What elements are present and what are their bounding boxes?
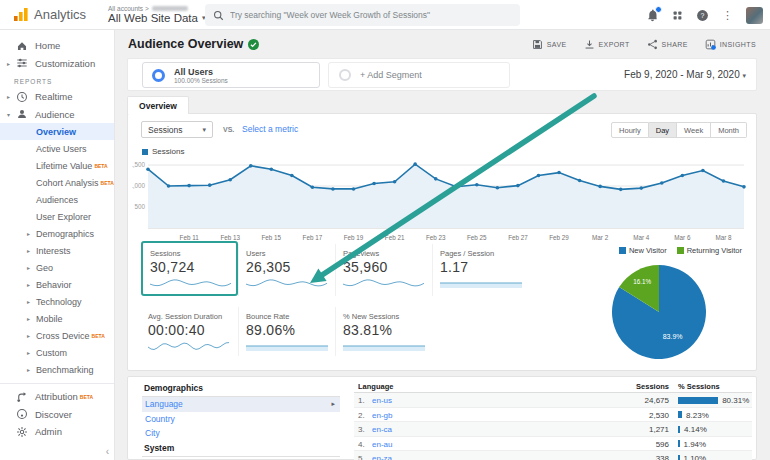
insights-button[interactable]: INSIGHTS <box>705 39 756 50</box>
sidebar-item-active-users[interactable]: Active Users <box>0 140 114 157</box>
sidebar-item-admin[interactable]: Admin <box>0 423 114 441</box>
svg-text:Feb 15: Feb 15 <box>262 234 282 241</box>
sidebar-item-benchmarking[interactable]: ▸Benchmarking <box>0 361 114 378</box>
sidebar-item-label: Geo <box>36 263 53 273</box>
granularity-month[interactable]: Month <box>711 122 747 138</box>
chevron-right-icon: ▸ <box>27 315 36 322</box>
select-metric-link[interactable]: Select a metric <box>242 124 298 134</box>
page-title-row: Audience Overview <box>128 37 259 51</box>
admin-icon <box>16 426 28 438</box>
sidebar-item-overview[interactable]: Overview <box>0 123 114 140</box>
scorecards-row-2: Avg. Session Duration00:00:40Bounce Rate… <box>141 307 432 356</box>
legend-swatch-icon <box>142 149 148 155</box>
segment-all-users[interactable]: All Users 100.00% Sessions <box>142 62 320 88</box>
share-button[interactable]: SHARE <box>647 39 688 50</box>
header-icons: ? ⋮ <box>646 0 770 30</box>
more-options-icon[interactable]: ⋮ <box>722 8 733 22</box>
pct-bar <box>678 426 680 433</box>
explorer-item-label: Country <box>145 414 175 424</box>
sidebar-item-technology[interactable]: ▸Technology <box>0 293 114 310</box>
sidebar-item-label: User Explorer <box>36 212 91 222</box>
chevron-right-icon: ▸ <box>27 247 36 254</box>
metric-dropdown[interactable]: Sessions▾ <box>141 121 213 138</box>
sidebar-item-mobile[interactable]: ▸Mobile <box>0 310 114 327</box>
sidebar-item-interests[interactable]: ▸Interests <box>0 242 114 259</box>
pie-legend-label: Returning Visitor <box>687 246 742 255</box>
sidebar-item-cohort-analysis[interactable]: Cohort AnalysisBETA <box>0 174 114 191</box>
granularity-week[interactable]: Week <box>677 122 711 138</box>
save-button[interactable]: SAVE <box>532 39 567 50</box>
chevron-right-icon: ▸ <box>27 230 36 237</box>
search-input[interactable] <box>230 10 500 20</box>
sidebar-item-cross-device[interactable]: ▸Cross DeviceBETA <box>0 327 114 344</box>
property-selector[interactable]: All accounts > All Web Site Data▾ <box>108 5 205 24</box>
explorer-item-country[interactable]: Country <box>142 412 340 427</box>
sparkline-chart <box>343 339 425 352</box>
notifications-bell-icon[interactable] <box>646 9 659 22</box>
export-button[interactable]: EXPORT <box>584 39 630 50</box>
sidebar-item-attribution[interactable]: AttributionBETA <box>0 388 114 406</box>
visitor-pie-chart: 83.9%16.1% <box>584 260 744 364</box>
save-icon <box>532 39 543 50</box>
action-label: INSIGHTS <box>720 41 756 48</box>
language-link[interactable]: en-us <box>372 396 392 405</box>
help-icon[interactable]: ? <box>696 9 709 22</box>
sidebar-item-realtime[interactable]: ▸Realtime <box>0 88 114 106</box>
pie-legend: New VisitorReturning Visitor <box>619 246 742 255</box>
add-segment-button[interactable]: + Add Segment <box>328 62 510 88</box>
scorecard-pages-session: Pages / Session1.17 <box>432 244 529 296</box>
language-link[interactable]: en-au <box>372 440 392 449</box>
row-rank: 5. <box>358 454 365 460</box>
segment-name: All Users <box>174 67 228 77</box>
pct-value: 8.23% <box>686 411 709 420</box>
sidebar-item-audience[interactable]: ▾Audience <box>0 106 114 124</box>
chevron-right-icon: ▸ <box>7 60 16 67</box>
scorecard-value: 30,724 <box>150 259 230 275</box>
svg-text:Mar 4: Mar 4 <box>633 234 650 241</box>
svg-text:500: 500 <box>134 203 145 210</box>
sidebar-item-audiences[interactable]: Audiences <box>0 191 114 208</box>
scorecard-value: 89.06% <box>246 322 329 338</box>
sidebar-item-discover[interactable]: Discover <box>0 406 114 424</box>
explorer-item-browser[interactable]: Browser <box>142 457 340 460</box>
sidebar-item-user-explorer[interactable]: User Explorer <box>0 208 114 225</box>
search-bar[interactable] <box>205 4 520 26</box>
chevron-right-icon: ▸ <box>27 349 36 356</box>
scorecard-value: 35,960 <box>343 259 426 275</box>
sidebar-item-geo[interactable]: ▸Geo <box>0 259 114 276</box>
chart-legend: Sessions <box>142 147 184 156</box>
pct-bar <box>678 411 682 418</box>
language-link[interactable]: en-ca <box>372 425 392 434</box>
svg-text:Mar 6: Mar 6 <box>674 234 691 241</box>
granularity-hourly[interactable]: Hourly <box>611 122 649 138</box>
scorecard-label: Pages / Session <box>440 249 523 258</box>
user-avatar[interactable] <box>746 7 763 24</box>
svg-text:1,000: 1,000 <box>132 182 145 189</box>
explorer-item-language[interactable]: Language▸ <box>142 397 340 412</box>
demographics-header: Demographics <box>142 381 340 397</box>
sidebar-item-behavior[interactable]: ▸Behavior <box>0 276 114 293</box>
tab-overview[interactable]: Overview <box>127 96 189 114</box>
language-link[interactable]: en-za <box>372 454 392 460</box>
sidebar-item-home[interactable]: Home <box>0 37 114 55</box>
svg-text:?: ? <box>701 11 705 18</box>
apps-grid-icon[interactable] <box>672 10 683 21</box>
sidebar-item-lifetime-value[interactable]: Lifetime ValueBETA <box>0 157 114 174</box>
beta-badge: BETA <box>101 180 114 186</box>
granularity-day[interactable]: Day <box>649 122 677 138</box>
sidebar-collapse-button[interactable]: ‹ <box>106 446 109 457</box>
row-rank: 2. <box>358 411 365 420</box>
svg-text:Feb 21: Feb 21 <box>385 234 405 241</box>
column-header-sessions: Sessions <box>636 382 669 391</box>
accounts-breadcrumb: All accounts > <box>108 5 149 12</box>
sidebar-item-demographics[interactable]: ▸Demographics <box>0 225 114 242</box>
sidebar-item-customization[interactable]: ▸Customization <box>0 55 114 73</box>
toolbar-actions: SAVEEXPORTSHAREINSIGHTS <box>532 39 756 50</box>
date-range-picker[interactable]: Feb 9, 2020 - Mar 9, 2020 ▾ <box>624 69 746 80</box>
language-link[interactable]: en-gb <box>372 411 392 420</box>
explorer-item-city[interactable]: City <box>142 426 340 441</box>
share-icon <box>647 39 658 50</box>
sessions-value: 24,675 <box>645 396 669 405</box>
segment-ring-icon <box>152 69 165 82</box>
sidebar-item-custom[interactable]: ▸Custom <box>0 344 114 361</box>
